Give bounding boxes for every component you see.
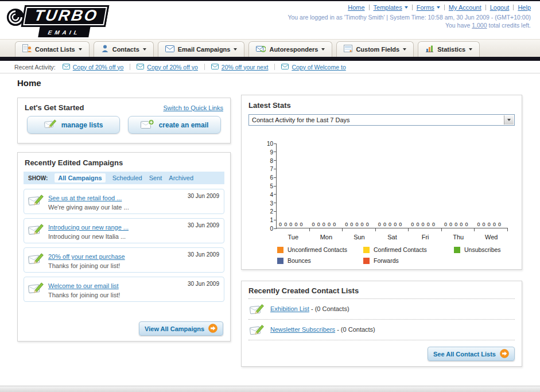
stats-period-value: Contact Activity for the Last 7 Days [252, 117, 350, 123]
manage-lists-label: manage lists [61, 121, 103, 129]
activity-separator [204, 64, 205, 70]
recent-activity-link[interactable]: 20% off your next [222, 64, 269, 71]
nav-forms-link[interactable]: Forms [417, 4, 440, 11]
dropdown-arrow-icon [469, 48, 472, 51]
main-nav-bar: Contact Lists Contacts Email Campaigns A… [0, 39, 540, 57]
recent-campaigns-panel: Recently Edited Campaigns SHOW: All Camp… [17, 152, 231, 341]
chart-value-label: 0 [355, 222, 358, 227]
tab-label: Contact Lists [35, 46, 75, 53]
orange-arrow-icon [500, 349, 509, 359]
pencil-edit-icon [44, 119, 57, 131]
nav-help-link[interactable]: Help [518, 4, 531, 11]
tab-autoresponders[interactable]: Autoresponders [248, 41, 332, 57]
campaign-row[interactable]: 20% off your next purchase Thanks for jo… [24, 247, 224, 273]
y-axis-tick [274, 228, 277, 229]
tab-email-campaigns[interactable]: Email Campaigns [158, 41, 245, 57]
filter-all-campaigns[interactable]: All Campaigns [55, 173, 105, 183]
campaign-title-link[interactable]: Welcome to our email list [48, 282, 119, 289]
campaign-list: See us at the retail food ... We're givi… [18, 184, 230, 302]
chart-value-label: 0 [432, 222, 435, 227]
chart-day-group: 00000Sun [343, 143, 376, 228]
campaign-date: 30 Jun 2009 [188, 281, 219, 287]
switch-quick-links-link[interactable]: Switch to Quick Links [163, 104, 223, 111]
filter-archived[interactable]: Archived [169, 174, 193, 181]
tab-contacts[interactable]: Contacts [94, 41, 154, 57]
chart-value-label: 0 [449, 222, 452, 227]
x-axis-label: Fri [409, 234, 442, 240]
campaign-subtitle: Thanks for joining our list! [48, 262, 219, 269]
recent-activity-link[interactable]: Copy of 20% off yo [73, 64, 124, 71]
nav-my-account-link[interactable]: My Account [449, 4, 481, 11]
credits-info: You have 1,000 total credits left. [445, 22, 531, 29]
logo-text-email: EMAIL [48, 29, 81, 36]
autoresponders-icon [256, 44, 266, 55]
nav-templates-link[interactable]: Templates [374, 4, 408, 11]
y-axis-label: 5 [259, 183, 273, 189]
contact-list-link[interactable]: Exhibition List [270, 305, 309, 312]
chart-value-label: 0 [284, 222, 287, 227]
logo-wordmark: TURBO [21, 5, 110, 27]
recent-contact-lists-panel: Recently Created Contact Lists Exhibitio… [241, 281, 522, 367]
chart-value-label: 0 [378, 222, 381, 227]
tab-custom-fields[interactable]: Custom Fields [336, 41, 414, 57]
credits-suffix: total credits left. [487, 22, 531, 29]
chart-value-label: 0 [345, 222, 348, 227]
create-email-button[interactable]: create an email [128, 116, 221, 134]
chart-value-labels: 00000 [279, 222, 303, 227]
chart-day-group: 00000Wed [475, 143, 508, 228]
recent-activity-link[interactable]: Copy of 20% off yo [147, 64, 198, 71]
view-all-campaigns-button[interactable]: View All Campaigns [139, 321, 223, 336]
y-axis-tick [274, 194, 277, 195]
y-axis-label: 10 [259, 141, 273, 147]
contact-list-count: - (0 Contacts) [335, 326, 375, 333]
chart-value-label: 0 [294, 222, 297, 227]
legend-item: Unsubscribes [454, 246, 501, 253]
chart-value-label: 0 [361, 222, 364, 227]
manage-lists-button[interactable]: manage lists [27, 116, 120, 134]
filter-scheduled[interactable]: Scheduled [112, 174, 142, 181]
y-axis-label: 4 [259, 192, 273, 198]
chart-value-label: 0 [444, 222, 447, 227]
filter-sent[interactable]: Sent [149, 174, 162, 181]
tab-contact-lists[interactable]: Contact Lists [15, 41, 90, 57]
chart-value-label: 0 [366, 222, 369, 227]
orange-arrow-icon [208, 324, 217, 334]
campaign-row[interactable]: Introducing our new range ... Introducin… [24, 218, 224, 243]
x-axis-label: Sat [376, 234, 409, 240]
recent-activity-item: Copy of 20% off yo [137, 64, 198, 71]
see-all-contact-lists-button[interactable]: See All Contact Lists [428, 347, 515, 361]
recent-activity-label: Recent Activity: [14, 64, 56, 71]
campaign-title-link[interactable]: 20% off your next purchase [48, 253, 125, 260]
x-axis-tick [474, 228, 475, 231]
chart-groups: 00000Tue00000Mon00000Sun00000Sat00000Fri… [277, 143, 508, 228]
campaign-title-link[interactable]: See us at the retail food ... [48, 195, 122, 201]
main-content: Home Let's Get Started Switch to Quick L… [0, 73, 540, 386]
chart-value-label: 0 [317, 222, 320, 227]
contact-list-count: - (0 Contacts) [309, 305, 349, 312]
tab-statistics[interactable]: Statistics [418, 41, 480, 57]
contact-list-link[interactable]: Newsletter Subscribers [270, 326, 335, 333]
y-axis-label: 9 [259, 149, 273, 156]
dropdown-arrow-icon [321, 48, 325, 51]
dropdown-arrow-icon [403, 48, 406, 51]
campaign-row[interactable]: See us at the retail food ... We're givi… [24, 189, 224, 214]
chart-value-label: 0 [279, 222, 282, 227]
campaign-title-link[interactable]: Introducing our new range ... [48, 224, 129, 231]
x-axis-label: Mon [310, 234, 343, 240]
y-axis-label: 8 [259, 158, 273, 164]
x-axis-tick [507, 228, 508, 231]
chart-value-labels: 00000 [411, 222, 435, 227]
tab-label: Autoresponders [269, 46, 318, 53]
nav-home-link[interactable]: Home [348, 4, 364, 11]
legend-label: Forwards [374, 257, 399, 264]
recent-activity-link[interactable]: Copy of Welcome to [292, 64, 345, 71]
legend-swatch [454, 247, 460, 253]
nav-divider-bar [0, 57, 540, 61]
nav-logout-link[interactable]: Logout [490, 4, 510, 11]
stats-period-select[interactable]: Contact Activity for the Last 7 Days [248, 114, 515, 126]
y-axis-tick [274, 203, 277, 203]
credits-prefix: You have [445, 22, 472, 29]
campaign-row[interactable]: Welcome to our email list Thanks for joi… [24, 277, 224, 302]
nav-separator [513, 5, 514, 10]
chart-value-labels: 00000 [345, 222, 369, 227]
